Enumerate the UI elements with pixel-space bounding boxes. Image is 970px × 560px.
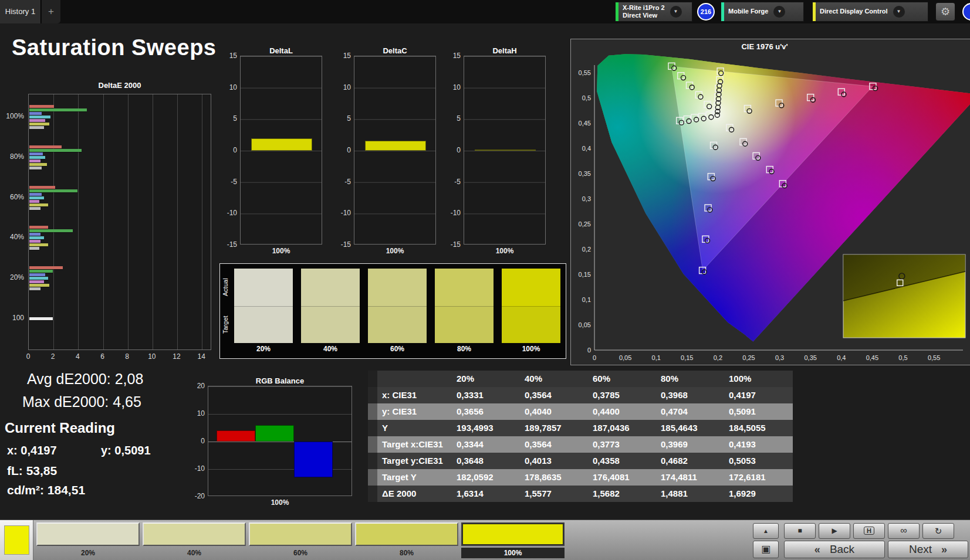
axis-tick-label: 12 (170, 352, 184, 361)
deltaC-plot-area (354, 56, 436, 245)
axis-tick-label: 8 (120, 352, 134, 361)
deltae-bar (29, 317, 53, 320)
continuous-measure-button[interactable]: ∞ (888, 523, 920, 539)
chevron-down-icon[interactable]: ▼ (670, 6, 682, 18)
deltae-bar (29, 207, 40, 210)
next-label: Next (909, 541, 932, 558)
deltae2000-chart: DeltaE 2000 100%80%60%40%20%100 02468101… (5, 81, 214, 366)
axis-tick-label: 4 (70, 352, 85, 361)
deltae-bar (29, 284, 49, 287)
axis-tick-label: 15 (214, 52, 237, 60)
axis-tick-label: 0,15 (681, 354, 693, 361)
read-button[interactable]: H (853, 523, 885, 539)
actual-swatch (502, 269, 560, 307)
saturation-swatch-100%[interactable] (461, 522, 565, 546)
infinity-icon: ∞ (900, 525, 907, 535)
table-cell: 0,4682 (656, 453, 724, 469)
window-icon: ▣ (761, 544, 770, 555)
deltaH-chart: DeltaH 100% 151050-5-10-15 (437, 46, 549, 259)
table-cell: 0,4197 (724, 387, 792, 403)
swatch-label: 80% (355, 548, 458, 558)
page-title: Saturation Sweeps (12, 35, 216, 60)
chevron-down-icon[interactable]: ▼ (893, 6, 905, 18)
pattern-window-button[interactable]: ▣ (753, 541, 779, 558)
avg-de2000: Avg dE2000: 2,08 (27, 371, 143, 388)
axis-tick-label: 0 (181, 437, 205, 445)
refresh-button[interactable]: ↻ (922, 523, 954, 539)
axis-tick-label: 0 (21, 352, 35, 361)
axis-tick-label: 0,45 (579, 120, 591, 127)
deltae-x-axis: 02468101214 (28, 352, 211, 362)
target-swatch (234, 307, 293, 343)
column-header: 40% (520, 371, 588, 387)
axis-tick-label: 0,4 (837, 354, 846, 361)
deltae-bar (29, 287, 40, 290)
deltae-bar (29, 233, 40, 236)
saturation-swatch-60%[interactable] (249, 522, 352, 546)
display-control-name: Direct Display Control (820, 8, 888, 15)
axis-tick-label: 6 (96, 352, 110, 361)
saturation-swatch-20%[interactable] (36, 522, 140, 546)
table-gutter (368, 469, 377, 486)
stop-button[interactable]: ■ (784, 523, 816, 539)
display-control-selector[interactable]: Direct Display Control ▼ (812, 2, 928, 22)
deltae-bar (29, 236, 44, 239)
history-tab[interactable]: History 1 (0, 0, 41, 23)
axis-label: 100% (240, 247, 322, 255)
refresh-icon: ↻ (935, 526, 942, 536)
axis-tick-label: 14 (194, 352, 208, 361)
chart-title: CIE 1976 u'v' (741, 42, 788, 51)
table-cell: 0,4358 (588, 453, 656, 469)
axis-tick-label: 0,55 (579, 69, 591, 76)
table-row: Target Y182,0592178,8635176,4081174,4811… (368, 469, 793, 486)
play-button[interactable]: ▶ (819, 523, 850, 539)
axis-tick-label: 0,5 (582, 94, 591, 101)
rgb-bar-green (255, 425, 294, 442)
back-button[interactable]: « Back (784, 541, 885, 558)
deltae-bar (29, 159, 40, 162)
source-selector[interactable]: Mobile Forge ▼ (721, 2, 804, 22)
top-bar: History 1 + X-Rite i1Pro 2 Direct View ▼… (0, 0, 970, 23)
table-cell: 187,0436 (588, 420, 656, 436)
column-header: 80% (656, 371, 724, 387)
table-cell: 1,6314 (452, 486, 520, 502)
stop-icon: ■ (797, 527, 802, 535)
deltae-bar (29, 105, 54, 108)
settings-button[interactable]: ⚙ (935, 2, 955, 21)
cie-zoom-inset (843, 254, 965, 338)
axis-tick-label: 0,55 (928, 354, 940, 361)
axis-tick-label: 0 (437, 146, 461, 154)
panel-up-button[interactable]: ▲ (753, 523, 779, 539)
table-gutter (368, 453, 377, 469)
swatch-label: 100% (502, 345, 560, 353)
row-label: y: CIE31 (377, 403, 452, 420)
table-gutter (368, 403, 377, 420)
table-cell: 0,4040 (520, 403, 588, 420)
row-label: x: CIE31 (377, 387, 452, 403)
delta-bar (365, 141, 426, 151)
axis-tick-label: 5 (327, 114, 351, 123)
saturation-swatch-80%[interactable] (355, 522, 458, 546)
saturation-swatch-strip: 20%40%60%80%100% (0, 520, 587, 560)
row-label: Target y:CIE31 (377, 453, 452, 469)
table-cell: 193,4993 (452, 420, 520, 436)
table-cell: 185,4643 (656, 420, 724, 436)
add-tab-button[interactable]: + (42, 0, 60, 23)
next-button[interactable]: Next » (888, 541, 968, 558)
gridline (53, 94, 54, 349)
table-cell: 0,4704 (656, 403, 724, 420)
row-label: Target x:CIE31 (377, 436, 452, 453)
meter-selector[interactable]: X-Rite i1Pro 2 Direct View ▼ (615, 2, 692, 22)
chevron-down-icon[interactable]: ▼ (773, 6, 785, 18)
reading-count-badge[interactable]: 216 (697, 3, 715, 21)
axis-tick-label: 0 (214, 146, 237, 154)
saturation-swatch-40%[interactable] (143, 522, 246, 546)
bottom-bar: 20%40%60%80%100% ▲ ▣ ■ ▶ H ∞ ↻ « Back Ne… (0, 520, 970, 560)
table-row: Target x:CIE310,33440,35640,37730,39690,… (368, 436, 793, 453)
axis-tick-label: 100 (5, 314, 24, 322)
up-arrow-icon: ▲ (763, 528, 769, 534)
axis-tick-label: 10 (145, 352, 159, 361)
actual-row-label: Actual (222, 269, 231, 306)
table-cell: 178,8635 (520, 469, 588, 486)
rgb-balance-chart: RGB Balance 100% 20100-10-20 (181, 376, 357, 513)
